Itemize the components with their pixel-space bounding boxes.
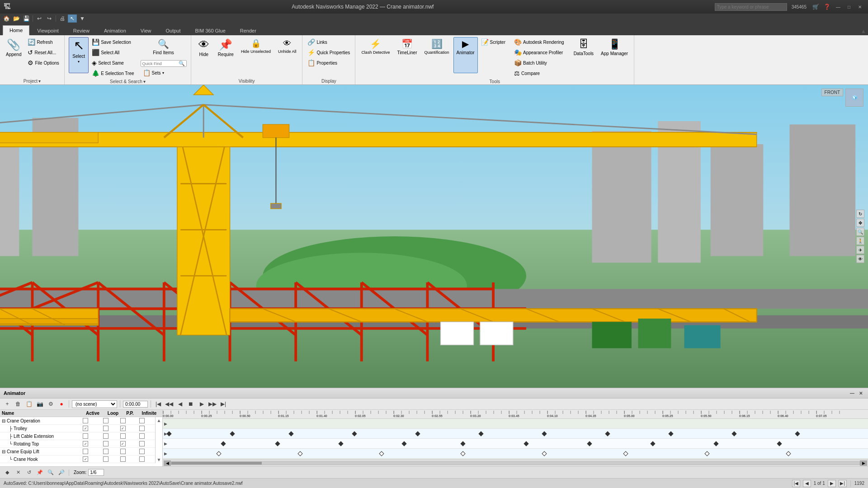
scroll-down-btn[interactable]: ▼ [156,456,162,463]
anim-delete-btn[interactable]: 🗑 [14,399,23,408]
scripter-button[interactable]: 📝 Scripter [479,37,508,47]
kf-lift-8[interactable] [650,441,655,446]
autodesk-rendering-button[interactable]: 🎨 Autodesk Rendering [512,37,566,47]
status-nav-end[interactable]: ▶| [839,480,847,487]
status-nav-prev[interactable]: ◀ [803,480,811,487]
qat-print-btn[interactable]: 🖨 [58,14,67,23]
walk-btn[interactable]: 🚶 [856,237,864,245]
anim-goto-end-btn[interactable]: ▶| [219,399,228,408]
kf-trolley-4[interactable] [352,431,357,436]
animator-minimize-btn[interactable]: — [849,389,856,397]
kf-trolley-7[interactable] [542,431,547,436]
close-button[interactable]: ✕ [855,3,864,11]
checkbox-trolley-loop[interactable] [103,426,108,431]
timeline-scroll-left[interactable]: ◀ [164,460,171,466]
bt-zoom-in-btn[interactable]: 🔍 [46,469,55,477]
anim-record-btn[interactable]: ● [57,399,66,408]
scroll-up-btn[interactable]: ▲ [156,417,162,424]
anim-next-frame-btn[interactable]: ▶▶ [208,399,217,408]
appearance-profiler-button[interactable]: 🎭 Appearance Profiler [512,47,566,57]
orbit-btn[interactable]: ↻ [856,210,864,218]
kf-lift-7[interactable] [587,441,592,446]
select-all-button[interactable]: ⬛ Select All [90,47,136,57]
checkbox-trolley-active[interactable] [83,426,88,431]
file-options-button[interactable]: ⚙ File Options [25,58,61,68]
quantification-button[interactable]: 🔢 Quantification [421,37,453,73]
help-icon[interactable]: ❓ [824,4,830,10]
checkbox-crane-op-pp[interactable] [120,418,126,423]
find-items-button[interactable]: 🔍 Find Items [141,37,187,60]
qat-dropdown-btn[interactable]: ▼ [78,14,87,23]
viewport-area[interactable]: FRONT 🧊 ↻ ✥ 🔍 🚶 ✈ 👁 [0,85,868,388]
checkbox-rotating-inf[interactable] [139,441,145,446]
animator-button[interactable]: ▶ Animator [453,37,478,73]
tree-item-trolley[interactable]: ├ Trolley [0,425,155,432]
tab-bim360[interactable]: BIM 360 Glue [189,26,232,35]
clash-detective-button[interactable]: ⚡ Clash Detective [358,37,393,73]
selection-tree-button[interactable]: 🌲 E Selection Tree [90,68,136,78]
checkbox-lift-cable-active[interactable] [83,433,88,439]
keyword-search[interactable] [715,3,787,11]
bt-delete-keyframe-btn[interactable]: ✕ [14,469,23,477]
anim-settings-btn[interactable]: ⚙ [46,399,55,408]
checkbox-trolley-pp[interactable] [120,426,126,431]
kf-trolley-3[interactable] [288,431,293,436]
timeline-scroll-track[interactable] [171,461,860,465]
kf-lift-10[interactable] [777,441,782,446]
anim-goto-start-btn[interactable]: |◀ [154,399,163,408]
timeline-scroll-right[interactable]: ▶ [860,460,867,466]
kf-rot-6[interactable] [623,451,628,456]
bt-add-keyframe-btn[interactable]: ◆ [3,469,12,477]
anim-play-btn[interactable]: ▶ [197,399,206,408]
checkbox-hook-loop[interactable] [103,456,108,462]
reset-all-button[interactable]: ↺ Reset All... [25,47,61,57]
ribbon-collapse-btn[interactable]: ▲ [859,27,868,35]
kf-rot-7[interactable] [704,451,709,456]
timeline-scrollbar[interactable]: ◀ ▶ [163,459,868,466]
tab-viewpoint[interactable]: Viewpoint [30,26,66,35]
qat-undo-btn[interactable]: ↩ [35,14,44,23]
qat-redo-btn[interactable]: ↪ [45,14,54,23]
tab-output[interactable]: Output [159,26,188,35]
qat-home-btn[interactable]: 🏠 [2,14,11,23]
timeline-tracks[interactable]: ▶ ▶ [163,419,868,459]
pan-btn[interactable]: ✥ [856,219,864,227]
refresh-button[interactable]: 🔄 Refresh [25,37,61,47]
anim-capture-btn[interactable]: 📷 [35,399,44,408]
checkbox-hook-inf[interactable] [139,456,145,462]
project-group-label[interactable]: Project ▾ [24,78,41,84]
tab-animation[interactable]: Animation [97,26,133,35]
checkbox-crane-op-loop[interactable] [103,418,108,423]
checkbox-lift-cable-inf[interactable] [139,433,145,439]
unhide-all-button[interactable]: 👁 Unhide All [275,37,300,73]
tab-view[interactable]: View [134,26,158,35]
qat-open-btn[interactable]: 📂 [12,14,21,23]
animator-close-btn[interactable]: ✕ [857,389,864,397]
track-expand-lift-cable[interactable]: ▶ [163,441,168,446]
kf-lift-4[interactable] [401,441,406,446]
kf-lift-2[interactable] [275,441,280,446]
checkbox-crane-equip-pp[interactable] [120,449,126,454]
time-display[interactable] [123,401,148,408]
quick-find-search-icon[interactable]: 🔍 [177,61,186,66]
kf-trolley-2[interactable] [230,431,235,436]
visibility-label[interactable]: Visibility [239,78,255,84]
kf-trolley-6[interactable] [478,431,483,436]
checkbox-hook-active[interactable] [83,456,88,462]
kf-lift-6[interactable] [524,441,528,446]
kf-trolley-9[interactable] [668,431,673,436]
hide-button[interactable]: 👁 Hide [194,37,214,73]
track-expand-rotating[interactable]: ▶ [163,451,168,456]
status-nav-start[interactable]: |◀ [792,480,800,487]
timeliner-button[interactable]: 📅 TimeLiner [394,37,420,73]
select-same-button[interactable]: ◈ Select Same [90,58,136,68]
kf-trolley-8[interactable] [605,431,610,436]
tree-item-crane-hook[interactable]: └ Crane Hook [0,455,155,463]
properties-button[interactable]: 📋 Properties [305,58,352,68]
select-search-label[interactable]: Select & Search ▾ [110,78,146,84]
status-nav-next[interactable]: ▶ [828,480,836,487]
hide-unselected-button[interactable]: 🔒 Hide Unselected [238,37,274,73]
tools-label[interactable]: Tools [490,78,500,84]
kf-trolley-10[interactable] [731,431,736,436]
require-button[interactable]: 📌 Require [215,37,237,73]
